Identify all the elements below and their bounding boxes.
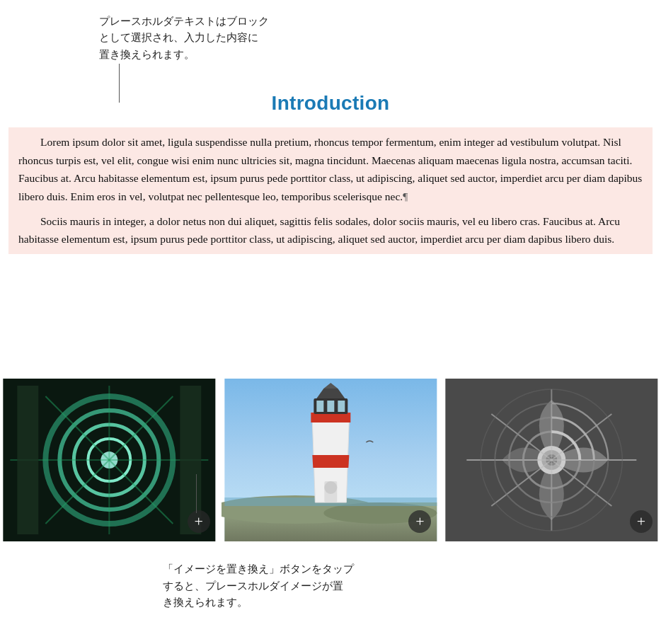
tooltip-bottom: 「イメージを置き換え」ボタンをタップすると、プレースホルダイメージが置き換えられ… [163,560,354,610]
svg-marker-22 [312,455,349,468]
page-container: プレースホルダテキストはブロックとして選択され、入力した内容に置き換えられます。… [0,0,661,644]
image-cell-stairs: + [442,379,661,541]
plus-icon-lens: + [194,514,202,529]
svg-rect-23 [311,413,350,422]
lighthouse-tower-image [222,379,440,541]
heading-title: Introduction [272,92,390,114]
paragraph-2: Sociis mauris in integer, a dolor netus … [18,212,643,248]
svg-rect-25 [316,401,323,412]
svg-rect-31 [324,481,337,494]
spiral-staircase-image [442,379,661,541]
image-row: + [0,379,661,541]
pilcrow: ¶ [403,190,408,202]
svg-rect-27 [338,401,345,412]
text-block: Lorem ipsum dolor sit amet, ligula suspe… [8,127,653,254]
content-area: Introduction Lorem ipsum dolor sit amet,… [8,92,653,254]
tooltip-top: プレースホルダテキストはブロックとして選択され、入力した内容に置き換えられます。 [99,13,269,62]
plus-icon-tower: + [415,514,424,529]
svg-rect-26 [327,401,334,412]
plus-icon-stairs: + [637,514,645,529]
image-replace-button-stairs[interactable]: + [630,510,653,533]
tooltip-top-text: プレースホルダテキストはブロックとして選択され、入力した内容に置き換えられます。 [99,15,269,60]
tooltip-bottom-line [196,474,197,513]
image-cell-tower: + [222,379,440,541]
svg-rect-10 [17,386,38,534]
image-cell-lens: + [0,379,219,541]
tooltip-bottom-text: 「イメージを置き換え」ボタンをタップすると、プレースホルダイメージが置き換えられ… [163,563,354,608]
image-replace-button-lens[interactable]: + [188,510,210,533]
intro-heading: Introduction [8,92,653,115]
paragraph-1: Lorem ipsum dolor sit amet, ligula suspe… [18,133,643,205]
lighthouse-lens-image [0,379,219,541]
